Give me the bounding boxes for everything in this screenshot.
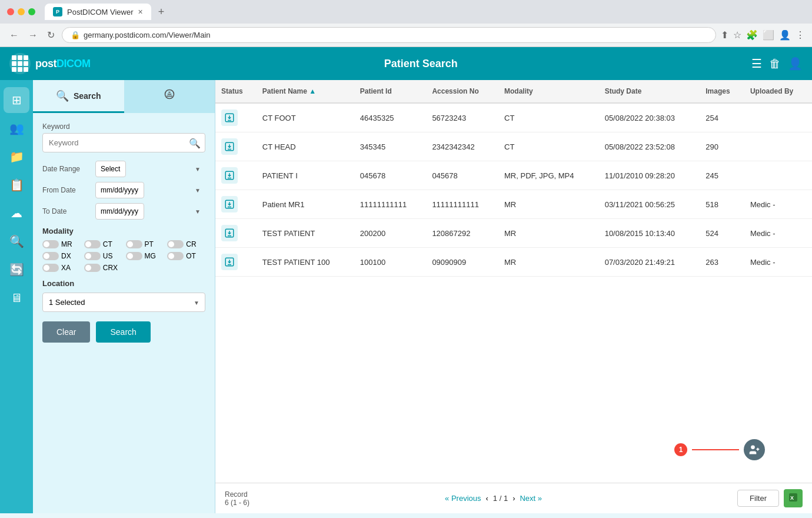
list-search-icon: 🔍	[9, 234, 24, 248]
cell-status-5	[215, 248, 257, 277]
col-patient-id[interactable]: Patient Id	[354, 80, 427, 103]
table-row[interactable]: TEST PATIENT 100 100100 09090909 MR 07/0…	[215, 248, 812, 277]
browser-address-bar: ← → ↻ 🔒 germany.postdicom.com/Viewer/Mai…	[0, 24, 812, 47]
modality-xa-toggle[interactable]	[42, 264, 59, 272]
modality-cr-toggle[interactable]	[167, 240, 184, 248]
new-tab-button[interactable]: +	[158, 6, 165, 18]
modality-ct-toggle[interactable]	[84, 240, 101, 248]
tab-close-button[interactable]: ×	[138, 7, 142, 16]
modality-crx-toggle[interactable]	[84, 264, 101, 272]
col-accession-no[interactable]: Accession No	[426, 80, 498, 103]
table-row[interactable]: PATIENT I 045678 045678 MR, PDF, JPG, MP…	[215, 161, 812, 190]
forward-button[interactable]: →	[26, 28, 40, 43]
cell-patient-name-4: TEST PATIENT	[257, 219, 354, 248]
col-modality[interactable]: Modality	[498, 80, 599, 103]
modality-grid: MR CT PT CR	[42, 240, 205, 272]
main-content: Status Patient Name Patient Id Accession…	[215, 80, 812, 513]
star-icon[interactable]: ☆	[733, 29, 741, 41]
modality-crx: CRX	[84, 264, 122, 272]
date-range-select[interactable]: Select	[95, 161, 126, 177]
col-uploaded-by[interactable]: Uploaded By	[744, 80, 812, 103]
back-button[interactable]: ←	[7, 28, 21, 43]
modality-dx-toggle[interactable]	[42, 252, 59, 260]
cell-study-date-1: 05/08/2022 23:52:08	[599, 132, 700, 161]
annotation-overlay: 1	[674, 439, 765, 460]
table-row[interactable]: TEST PATIENT 200200 120867292 MR 10/08/2…	[215, 219, 812, 248]
clear-button[interactable]: Clear	[42, 321, 90, 343]
browser-tab[interactable]: P PostDICOM Viewer ×	[45, 4, 151, 20]
filter-button[interactable]: Filter	[737, 490, 779, 507]
status-icon-2	[221, 167, 238, 184]
modality-us-toggle[interactable]	[84, 252, 101, 260]
sidebar-item-users[interactable]: 👥	[4, 115, 29, 141]
modality-mg-toggle[interactable]	[126, 252, 142, 260]
tab-filter[interactable]	[124, 80, 215, 113]
patient-table: Status Patient Name Patient Id Accession…	[215, 80, 812, 277]
cell-accession-no-5: 09090909	[426, 248, 498, 277]
split-view-icon[interactable]: ⬜	[763, 29, 774, 41]
modality-ot-toggle[interactable]	[167, 252, 184, 260]
modality-mg: MG	[126, 252, 164, 260]
menu-icon[interactable]: ⋮	[796, 29, 805, 41]
prev-button[interactable]: « Previous	[445, 494, 481, 503]
from-date-select[interactable]: mm/dd/yyyy	[95, 182, 144, 198]
trash-button[interactable]: 🗑	[769, 57, 781, 71]
col-images[interactable]: Images	[700, 80, 744, 103]
modality-pt-label: PT	[145, 240, 154, 248]
col-patient-name[interactable]: Patient Name	[257, 80, 354, 103]
cell-patient-id-5: 100100	[354, 248, 427, 277]
refresh-button[interactable]: ↻	[45, 27, 57, 43]
tab-search[interactable]: 🔍 Search	[33, 80, 124, 113]
profile-icon[interactable]: 👤	[779, 29, 791, 41]
user-button[interactable]: 👤	[788, 57, 803, 71]
add-user-annotated-button[interactable]	[744, 439, 765, 460]
modality-pt-toggle[interactable]	[126, 240, 142, 248]
keyword-input[interactable]	[42, 133, 205, 152]
minimize-dot[interactable]	[18, 8, 25, 15]
modality-mr-toggle[interactable]	[42, 240, 59, 248]
sidebar-item-upload[interactable]: ☁	[4, 200, 29, 226]
browser-chrome: P PostDICOM Viewer × + ← → ↻ 🔒 germany.p…	[0, 0, 812, 47]
share-icon[interactable]: ⬆	[721, 29, 728, 41]
next-button[interactable]: Next »	[520, 494, 542, 503]
close-dot[interactable]	[7, 8, 14, 15]
search-button[interactable]: Search	[96, 321, 150, 343]
cell-patient-name-1: CT HEAD	[257, 132, 354, 161]
status-icon-1	[221, 138, 238, 155]
page-chevron-left: ‹	[485, 494, 488, 503]
modality-mr: MR	[42, 240, 81, 248]
sidebar-item-grid[interactable]: ⊞	[4, 87, 29, 113]
cell-status-0	[215, 103, 257, 132]
sidebar-item-sync[interactable]: 🔄	[4, 257, 29, 283]
from-date-row: From Date mm/dd/yyyy	[42, 182, 205, 198]
location-select[interactable]: 1 Selected	[42, 293, 205, 312]
tab-search-label: Search	[74, 91, 101, 101]
modality-pt: PT	[126, 240, 164, 248]
list-button[interactable]: ☰	[751, 57, 762, 71]
header-actions: ☰ 🗑 👤	[751, 57, 803, 71]
keyword-search-icon[interactable]: 🔍	[189, 137, 201, 148]
cell-accession-no-0: 56723243	[426, 103, 498, 132]
record-label: Record	[225, 490, 249, 499]
maximize-dot[interactable]	[28, 8, 35, 15]
cell-images-3: 518	[700, 190, 744, 219]
excel-export-button[interactable]: X	[784, 489, 803, 507]
url-bar[interactable]: 🔒 germany.postdicom.com/Viewer/Main	[62, 27, 716, 43]
sidebar-item-layers[interactable]: 📋	[4, 172, 29, 198]
sidebar-item-folder[interactable]: 📁	[4, 144, 29, 170]
sidebar-item-list-search[interactable]: 🔍	[4, 228, 29, 254]
table-row[interactable]: Patient MR1 11111111111 11111111111 MR 0…	[215, 190, 812, 219]
table-row[interactable]: CT HEAD 345345 2342342342 CT 05/08/2022 …	[215, 132, 812, 161]
lock-icon: 🔒	[71, 31, 80, 39]
date-range-label: Date Range	[42, 165, 95, 173]
extensions-icon[interactable]: 🧩	[746, 29, 758, 41]
to-date-select[interactable]: mm/dd/yyyy	[95, 203, 144, 220]
table-row[interactable]: CT FOOT 46435325 56723243 CT 05/08/2022 …	[215, 103, 812, 132]
col-study-date[interactable]: Study Date	[599, 80, 700, 103]
sidebar-item-monitor[interactable]: 🖥	[4, 285, 29, 311]
svg-text:X: X	[790, 495, 794, 501]
table-wrap[interactable]: Status Patient Name Patient Id Accession…	[215, 80, 812, 483]
modality-section-title: Modality	[42, 227, 205, 235]
cell-patient-name-2: PATIENT I	[257, 161, 354, 190]
logo-text: postDICOM	[35, 58, 91, 70]
